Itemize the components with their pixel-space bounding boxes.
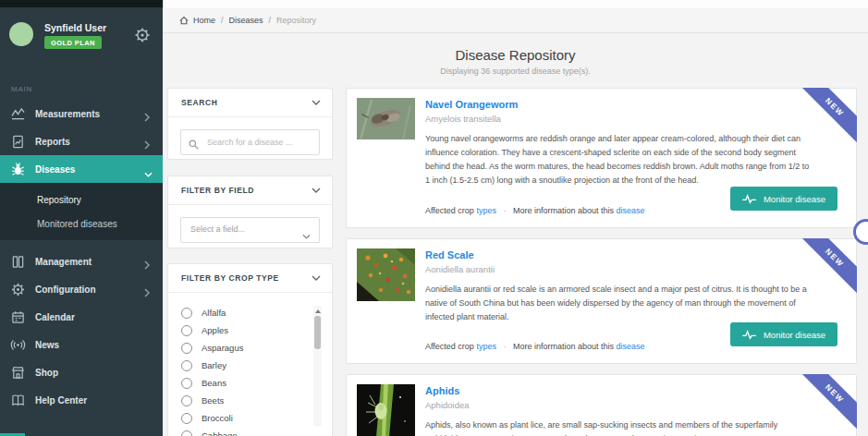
breadcrumb-separator: / xyxy=(221,16,224,25)
crop-option-apples[interactable]: Apples xyxy=(181,321,332,339)
disease-description: Aphids, also known as plant lice, are sm… xyxy=(425,418,812,436)
page-header: Disease Repository Displaying 36 support… xyxy=(163,33,868,76)
disease-latin-name: Amyelois transitella xyxy=(425,114,839,124)
sidebar-item-management[interactable]: Management xyxy=(0,248,163,275)
more-info-disease-link[interactable]: disease xyxy=(617,206,645,215)
new-ribbon[interactable]: NEW xyxy=(800,88,857,145)
chevron-down-icon xyxy=(312,98,321,105)
filter-crop-header[interactable]: FILTER BY CROP TYPE xyxy=(168,264,332,293)
broadcast-icon xyxy=(11,338,25,352)
breadcrumb-diseases[interactable]: Diseases xyxy=(229,16,263,25)
new-ribbon[interactable]: NEW xyxy=(800,374,857,431)
chart-line-icon xyxy=(11,107,25,121)
sidebar-item-repository[interactable]: Repository xyxy=(0,188,163,212)
affected-crop-types-link[interactable]: types xyxy=(476,206,496,215)
disease-card-red-scale: Red Scale Aonidiella aurantii Aonidiella… xyxy=(346,238,857,364)
radio-circle xyxy=(181,308,192,319)
field-select[interactable]: Select a field... xyxy=(180,217,320,243)
sidebar-item-calendar[interactable]: Calendar xyxy=(0,303,163,331)
disease-latin-name: Aphidoidea xyxy=(425,400,839,410)
more-info-disease-link[interactable]: disease xyxy=(617,342,645,351)
top-dark-strip xyxy=(0,0,163,7)
card-text: Aphids Aphidoidea Aphids, also known as … xyxy=(425,385,839,436)
footer-dot: · xyxy=(503,342,506,351)
crop-option-beets[interactable]: Beets xyxy=(181,392,332,409)
search-box xyxy=(180,129,320,155)
chevron-down-icon xyxy=(302,226,311,233)
columns-icon xyxy=(11,255,25,269)
sidebar: Synfield User GOLD PLAN MAIN Measurement… xyxy=(0,0,163,436)
user-settings-gear-icon[interactable] xyxy=(135,28,150,42)
report-icon xyxy=(11,135,25,149)
card-text: Navel Orangeworm Amyelois transitella Yo… xyxy=(425,99,839,188)
user-block: Synfield User GOLD PLAN xyxy=(0,7,163,76)
chevron-down-icon xyxy=(144,164,152,174)
breadcrumb-current: Repository xyxy=(276,16,316,25)
radio-circle xyxy=(181,395,192,406)
search-icon xyxy=(189,137,199,147)
nav-gap xyxy=(0,240,163,248)
sidebar-item-reports[interactable]: Reports xyxy=(0,127,163,155)
page-title: Disease Repository xyxy=(163,47,868,63)
crop-option-beans[interactable]: Beans xyxy=(181,374,332,392)
monitor-disease-button[interactable]: Monitor disease xyxy=(730,322,837,346)
affected-crop-types-link[interactable]: types xyxy=(476,342,496,351)
radio-circle xyxy=(181,378,192,389)
section-label-main: MAIN xyxy=(0,76,163,100)
radio-circle xyxy=(181,360,192,371)
disease-card-aphids: Aphids Aphidoidea Aphids, also known as … xyxy=(346,374,857,436)
crop-option-asparagus[interactable]: Asparagus xyxy=(181,339,332,357)
chevron-down-icon xyxy=(312,273,321,281)
search-panel-header[interactable]: SEARCH xyxy=(168,89,332,117)
radio-circle xyxy=(181,430,192,436)
footer-dot: · xyxy=(503,206,506,215)
chevron-right-icon xyxy=(144,257,152,266)
pulse-icon xyxy=(742,194,756,204)
breadcrumb-separator: / xyxy=(269,16,272,25)
page-subtitle: Displaying 36 supported disease type(s). xyxy=(163,67,868,76)
crop-list-scrollbar[interactable] xyxy=(313,306,322,426)
avatar[interactable] xyxy=(9,22,33,46)
crop-option-alfalfa[interactable]: Alfalfa xyxy=(181,304,332,321)
filter-crop-panel: FILTER BY CROP TYPE Alfalfa Apples Aspar… xyxy=(167,263,333,436)
search-input[interactable] xyxy=(205,130,318,154)
card-footer: Affected crop types · More information a… xyxy=(425,206,645,215)
filter-field-header[interactable]: FILTER BY FIELD xyxy=(168,176,332,205)
scroll-up-arrow[interactable] xyxy=(313,307,322,315)
search-panel: SEARCH xyxy=(167,88,333,160)
chevron-right-icon xyxy=(144,137,152,146)
app-window: Synfield User GOLD PLAN MAIN Measurement… xyxy=(0,0,868,436)
radio-circle xyxy=(181,343,192,354)
card-text: Red Scale Aonidiella aurantii Aonidiella… xyxy=(425,249,839,324)
disease-photo-navel-orangeworm xyxy=(357,98,415,139)
disease-title-link[interactable]: Navel Orangeworm xyxy=(425,99,839,110)
disease-title-link[interactable]: Red Scale xyxy=(425,249,839,260)
radio-circle xyxy=(181,413,192,424)
ribbon-corner: NEW xyxy=(800,238,857,296)
chevron-right-icon xyxy=(144,109,152,118)
diseases-submenu: Repository Monitored diseases xyxy=(0,183,163,240)
card-footer: Affected crop types · More information a… xyxy=(425,342,645,351)
sidebar-item-help-center[interactable]: Help Center xyxy=(0,386,163,414)
gear-icon xyxy=(11,283,25,297)
breadcrumb-home[interactable]: Home xyxy=(193,16,215,25)
main-content: Home / Diseases / Repository Disease Rep… xyxy=(163,0,868,436)
breadcrumb: Home / Diseases / Repository xyxy=(163,8,868,33)
sidebar-item-configuration[interactable]: Configuration xyxy=(0,275,163,303)
home-icon xyxy=(179,16,189,25)
crop-option-broccoli[interactable]: Broccoli xyxy=(181,409,332,427)
sidebar-item-monitored-diseases[interactable]: Monitored diseases xyxy=(0,212,163,236)
crop-option-cabbage[interactable]: Cabbage xyxy=(181,427,332,436)
scrollbar-thumb[interactable] xyxy=(314,316,321,349)
sidebar-item-news[interactable]: News xyxy=(0,331,163,358)
crop-option-barley[interactable]: Barley xyxy=(181,357,332,374)
sidebar-item-shop[interactable]: Shop xyxy=(0,358,163,386)
shop-icon xyxy=(11,366,25,380)
monitor-disease-button[interactable]: Monitor disease xyxy=(730,187,837,211)
sidebar-item-diseases[interactable]: Diseases xyxy=(0,155,163,183)
sidebar-item-measurements[interactable]: Measurements xyxy=(0,100,163,127)
help-icon xyxy=(11,394,25,407)
disease-title-link[interactable]: Aphids xyxy=(425,385,839,396)
new-ribbon[interactable]: NEW xyxy=(800,238,857,296)
bug-icon xyxy=(11,163,25,176)
